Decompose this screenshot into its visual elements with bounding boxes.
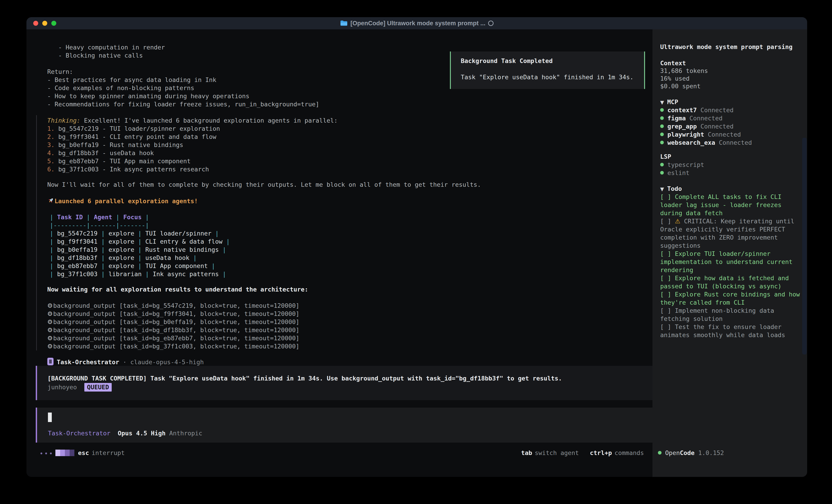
- status-dot-icon: [660, 171, 664, 174]
- status-ring-icon: [488, 21, 494, 26]
- window-title: [OpenCode] Ultrawork mode system prompt …: [350, 17, 486, 29]
- status-dot-icon: [660, 108, 664, 112]
- hint-commands: ctrl+pcommands: [590, 449, 644, 457]
- text-cursor: [48, 413, 52, 422]
- gear-icon: ⚙: [47, 302, 53, 309]
- table-row: |bg_b0effa19|explore|Rust native binding…: [50, 246, 226, 254]
- table-row: |bg_df18bb3f|explore|useData hook|: [50, 254, 197, 262]
- status-dot-icon: [660, 141, 664, 144]
- rocket-icon: [47, 198, 54, 204]
- todo-item: [ ] Implement non-blocking data fetching…: [660, 307, 800, 323]
- lsp-heading: LSP: [660, 152, 671, 161]
- todo-item: [ ] ⚠ CRITICAL: Keep iterating until Ora…: [660, 217, 800, 250]
- username: junhoyeo: [48, 384, 77, 391]
- model-name[interactable]: Opus 4.5 High: [118, 430, 165, 437]
- background-task-text: [BACKGROUND TASK COMPLETED] Task "Explor…: [48, 374, 562, 383]
- status-dot-icon: [660, 124, 664, 128]
- todo-item: [ ] Explore how data is fetched and pass…: [660, 274, 800, 290]
- mcp-item: context7Connected: [660, 106, 734, 114]
- tool-call-line: ⚙background_output[task_id=bg_f9ff3041, …: [47, 310, 300, 318]
- message-left-border: [36, 115, 37, 351]
- tool-output-line: Return:: [47, 68, 73, 76]
- status-dot-icon: [660, 116, 664, 120]
- folder-icon: [340, 20, 348, 26]
- provider-name: Anthropic: [169, 430, 202, 437]
- table-header-row: |Task ID|Agent|Focus|: [50, 213, 149, 221]
- tool-call-line: ⚙background_output[task_id=bg_b0effa19, …: [47, 318, 300, 326]
- opencode-window: [OpenCode] Ultrawork mode system prompt …: [26, 17, 807, 477]
- lsp-item: typescript: [660, 161, 704, 169]
- thinking-item: 2.bg_f9ff3041 - CLI entry point and data…: [47, 133, 216, 141]
- thinking-item: 5.bg_eb87ebb7 - TUI App main component: [47, 157, 190, 165]
- tool-output-line: - Blocking native calls: [47, 52, 143, 60]
- thinking-item: 4.bg_df18bb3f - useData hook: [47, 149, 154, 157]
- tool-output-line: - Best practices for async data loading …: [47, 76, 216, 84]
- todo-item: [ ] Explore TUI loader/spinner implement…: [660, 250, 800, 274]
- progress-blocks-icon: [55, 450, 74, 456]
- toast-title: Background Task Completed: [461, 57, 552, 65]
- notification-toast[interactable]: Background Task Completed Task "Explore …: [450, 52, 645, 89]
- status-sidebar: Ultrawork mode system prompt parsing Con…: [652, 29, 807, 477]
- toast-body: Task "Explore useData hook" finished in …: [461, 73, 633, 81]
- mcp-item: figmaConnected: [660, 114, 723, 122]
- agent-name[interactable]: Task-Orchestrator: [48, 430, 110, 437]
- status-dot-icon: [660, 133, 664, 136]
- lsp-item: eslint: [660, 169, 690, 177]
- launch-line: Launched 6 parallel exploration agents!: [47, 197, 198, 205]
- context-heading: Context: [660, 59, 686, 67]
- thinking-line: Thinking:Excellent! I've launched 6 back…: [47, 116, 338, 124]
- thinking-item: 3.bg_b0effa19 - Rust native bindings: [47, 141, 183, 149]
- status-bar: escinterrupt tabswitch agent ctrl+pcomma…: [26, 449, 652, 459]
- tool-call-line: ⚙background_output[task_id=bg_df18bb3f, …: [47, 326, 300, 334]
- assistant-text-bold: Now waiting for all exploration results …: [47, 285, 308, 293]
- assistant-text: Now I'll wait for all of them to complet…: [47, 180, 481, 189]
- session-title: Ultrawork mode system prompt parsing: [660, 43, 792, 51]
- thinking-item: 6.bg_37f1c003 - Ink async patterns resea…: [47, 165, 209, 173]
- mcp-item: playwrightConnected: [660, 131, 741, 139]
- tool-call-line: ⚙background_output[task_id=bg_5547c219, …: [47, 302, 300, 310]
- todo-heading[interactable]: ▼Todo: [660, 185, 682, 193]
- hint-switch-agent: tabswitch agent: [521, 449, 579, 457]
- titlebar: [OpenCode] Ultrawork mode system prompt …: [26, 17, 807, 29]
- mcp-item: websearch_exaConnected: [660, 139, 752, 147]
- todo-item: [ ] Explore Rust core bindings and how t…: [660, 290, 800, 307]
- prompt-input[interactable]: Task-OrchestratorOpus 4.5 HighAnthropic: [36, 408, 652, 443]
- chevron-down-icon: ▼: [660, 186, 664, 192]
- background-task-meta: junhoyeoQUEUED: [48, 383, 112, 392]
- tool-output-line: - Heavy computation in render: [47, 44, 165, 52]
- tool-call-line: ⚙background_output[task_id=bg_eb87ebb7, …: [47, 334, 300, 342]
- hint-interrupt: escinterrupt: [78, 449, 125, 457]
- status-dot-icon: [660, 163, 664, 166]
- agent-attribution: Task-Orchestrator · claude-opus-4-5-high: [47, 358, 204, 366]
- chat-transcript: - Heavy computation in render - Blocking…: [26, 29, 652, 477]
- app-version: OpenCode1.0.152: [658, 449, 724, 457]
- scrollbar-thumb[interactable]: [802, 138, 807, 355]
- gear-icon: ⚙: [47, 327, 53, 334]
- chevron-down-icon: ▼: [660, 100, 664, 105]
- tool-call-line: ⚙background_output[task_id=bg_37f1c003, …: [47, 342, 300, 351]
- gear-icon: ⚙: [47, 343, 53, 350]
- table-separator-row: |---------|-------|-------|: [50, 221, 149, 229]
- table-row: |bg_eb87ebb7|explore|TUI App component|: [50, 262, 215, 270]
- thinking-label: Thinking:: [47, 117, 80, 124]
- context-spent: $0.00 spent: [660, 82, 701, 90]
- thinking-item: 1.bg_5547c219 - TUI loader/spinner explo…: [47, 124, 220, 133]
- warning-icon: ⚠: [675, 218, 680, 225]
- context-tokens: 31,686 tokens: [660, 67, 708, 75]
- background-task-message: [BACKGROUND TASK COMPLETED] Task "Explor…: [36, 366, 652, 400]
- todo-item: [ ] Complete ALL tasks to fix CLI loader…: [660, 193, 800, 217]
- table-row: |bg_f9ff3041|explore|CLI entry & data fl…: [50, 237, 230, 246]
- spinner-dots-icon: [41, 452, 52, 454]
- tool-output-line: - Recommendations for fixing loader free…: [47, 100, 319, 108]
- gear-icon: ⚙: [47, 335, 53, 342]
- agent-icon: [47, 358, 54, 365]
- tool-output-line: - Code examples of non-blocking patterns: [47, 84, 194, 92]
- table-row: |bg_37f1c003|librarian|Ink async pattern…: [50, 270, 226, 278]
- context-used: 16% used: [660, 75, 690, 83]
- mcp-heading[interactable]: ▼MCP: [660, 98, 678, 107]
- queued-badge: QUEUED: [84, 383, 112, 392]
- todo-item: [ ] Test the fix to ensure loader animat…: [660, 323, 800, 339]
- input-agent-row: Task-OrchestratorOpus 4.5 HighAnthropic: [48, 429, 202, 438]
- table-row: |bg_5547c219|explore|TUI loader/spinner|: [50, 229, 219, 237]
- gear-icon: ⚙: [47, 310, 53, 317]
